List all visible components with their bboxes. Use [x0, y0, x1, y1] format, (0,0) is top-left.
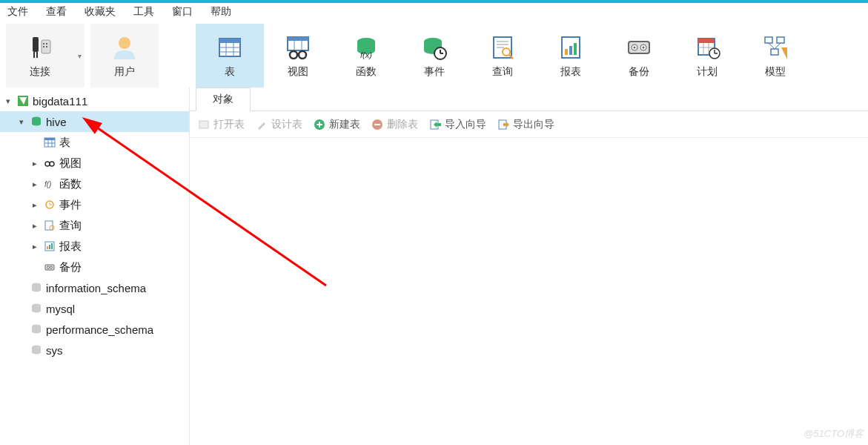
tree-reports[interactable]: ▸ 报表 [0, 236, 189, 257]
view-icon [283, 33, 313, 62]
tree-views[interactable]: ▸ 视图 [0, 153, 189, 174]
tree-queries-label: 查询 [59, 219, 82, 233]
tree-db-hive-label: hive [46, 116, 67, 128]
svg-rect-1 [33, 52, 35, 58]
main-panel: 对象 打开表 设计表 新建表 删除表 导入向导 [190, 88, 868, 445]
tool-table[interactable]: 表 [196, 24, 264, 88]
menu-bar: 文件 查看 收藏夹 工具 窗口 帮助 [0, 0, 868, 21]
chevron-down-icon[interactable]: ▾ [3, 96, 13, 106]
import-icon [428, 118, 442, 131]
object-action-bar: 打开表 设计表 新建表 删除表 导入向导 导出向导 [190, 111, 868, 138]
tool-connect[interactable]: 连接 [6, 24, 74, 88]
tree-functions[interactable]: ▸ f() 函数 [0, 174, 189, 194]
svg-rect-36 [569, 46, 572, 55]
chevron-right-icon[interactable]: ▸ [30, 221, 40, 231]
function-icon: f() [43, 177, 56, 191]
svg-point-76 [47, 266, 50, 268]
tree-tables-label: 表 [59, 136, 70, 150]
svg-point-42 [643, 47, 645, 49]
tree-views-label: 视图 [59, 156, 82, 171]
menu-help[interactable]: 帮助 [211, 5, 231, 19]
tool-event[interactable]: 事件 [400, 24, 468, 88]
svg-point-8 [119, 37, 130, 49]
menu-tools[interactable]: 工具 [133, 5, 154, 19]
tool-view[interactable]: 视图 [264, 24, 332, 88]
tool-function[interactable]: f(x) 函数 [332, 24, 400, 88]
function-icon: f(x) [351, 33, 381, 62]
svg-rect-52 [777, 37, 784, 43]
tree-queries[interactable]: ▸ 查询 [0, 215, 189, 236]
svg-point-41 [634, 47, 636, 49]
connection-tree: ▾ bigdata111 ▾ hive 表 ▸ 视图 ▸ f() 函数 [0, 88, 190, 445]
tool-table-label: 表 [225, 65, 235, 79]
query-icon [43, 219, 56, 232]
tool-function-label: 函数 [356, 65, 377, 79]
tree-db-information-schema[interactable]: information_schema [0, 277, 189, 298]
svg-point-64 [50, 162, 54, 166]
minus-icon [371, 118, 384, 131]
tool-event-label: 事件 [424, 65, 445, 79]
tree-backups-label: 备份 [59, 260, 82, 274]
svg-rect-59 [44, 138, 55, 140]
database-icon [30, 302, 43, 315]
tool-model-label: 模型 [765, 65, 786, 79]
tree-backups[interactable]: 备份 [0, 257, 189, 277]
chevron-right-icon[interactable]: ▸ [30, 179, 40, 189]
tool-view-label: 视图 [288, 65, 308, 79]
backup-icon [624, 33, 654, 62]
tool-schedule[interactable]: 计划 [673, 24, 741, 88]
action-import-wizard[interactable]: 导入向导 [428, 118, 486, 131]
svg-rect-72 [47, 246, 48, 249]
plug-icon [25, 33, 55, 62]
svg-rect-4 [43, 43, 44, 44]
tree-db-mysql[interactable]: mysql [0, 298, 189, 319]
action-open-table[interactable]: 打开表 [197, 118, 245, 131]
table-icon [43, 136, 56, 149]
tree-events[interactable]: ▸ 事件 [0, 194, 189, 215]
action-new-table[interactable]: 新建表 [313, 118, 360, 131]
tab-objects[interactable]: 对象 [196, 88, 251, 111]
tool-backup[interactable]: 备份 [605, 24, 673, 88]
menu-view[interactable]: 查看 [46, 5, 67, 19]
tree-db-hive[interactable]: ▾ hive [0, 111, 189, 132]
tool-report[interactable]: 报表 [537, 24, 605, 88]
tree-db-sys-label: sys [46, 344, 63, 357]
body-split: ▾ bigdata111 ▾ hive 表 ▸ 视图 ▸ f() 函数 [0, 88, 868, 445]
tool-query[interactable]: 查询 [468, 24, 537, 88]
tool-user[interactable]: 用户 [90, 24, 159, 88]
export-icon [497, 118, 510, 131]
chevron-right-icon[interactable]: ▸ [30, 159, 40, 168]
menu-favorites[interactable]: 收藏夹 [85, 5, 116, 19]
tree-tables[interactable]: 表 [0, 132, 189, 153]
menu-file[interactable]: 文件 [7, 5, 28, 19]
svg-point-63 [45, 162, 50, 166]
action-delete-table[interactable]: 删除表 [371, 118, 418, 131]
open-table-icon [197, 118, 211, 131]
svg-point-77 [50, 266, 53, 268]
object-list [190, 138, 868, 445]
action-design-table[interactable]: 设计表 [255, 118, 302, 131]
tool-connect-dropdown[interactable]: ▾ [74, 24, 85, 88]
action-export-wizard[interactable]: 导出向导 [497, 118, 554, 131]
tree-db-sys[interactable]: sys [0, 340, 189, 360]
tool-connect-label: 连接 [30, 65, 50, 79]
chevron-down-icon[interactable]: ▾ [16, 117, 27, 127]
tree-functions-label: 函数 [59, 177, 82, 191]
model-icon [761, 33, 790, 62]
svg-rect-5 [46, 43, 47, 44]
tree-db-perf-label: performance_schema [46, 323, 153, 336]
svg-point-19 [290, 51, 297, 59]
menu-window[interactable]: 窗口 [172, 5, 193, 19]
tool-schedule-label: 计划 [697, 65, 718, 79]
tree-connection-label: bigdata111 [33, 95, 87, 108]
tree-db-performance-schema[interactable]: performance_schema [0, 319, 189, 340]
svg-rect-51 [765, 37, 772, 43]
svg-rect-44 [698, 39, 715, 43]
connection-icon [16, 94, 30, 108]
tree-db-mysql-label: mysql [46, 303, 75, 315]
view-icon [43, 156, 56, 170]
chevron-right-icon[interactable]: ▸ [30, 242, 40, 251]
tool-model[interactable]: 模型 [741, 24, 809, 88]
tree-connection[interactable]: ▾ bigdata111 [0, 90, 189, 111]
chevron-right-icon[interactable]: ▸ [30, 200, 40, 210]
